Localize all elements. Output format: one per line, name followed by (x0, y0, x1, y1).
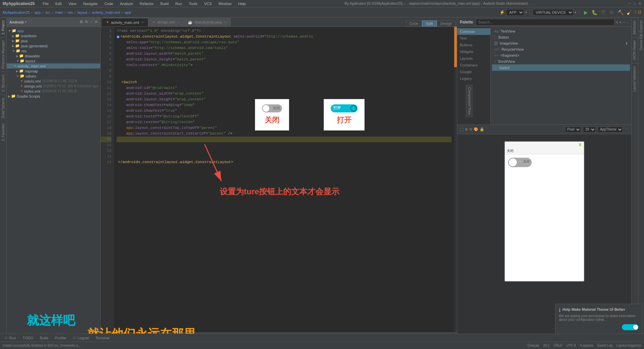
profiler-tab[interactable]: Profiler (51, 335, 70, 341)
palette-search-input[interactable] (476, 19, 614, 26)
palette-cat-widgets[interactable]: Widgets (457, 48, 490, 55)
palette-item-scrollview[interactable]: ↕ ScrollView (492, 58, 630, 64)
code-view-btn[interactable]: Code (406, 20, 422, 27)
menu-window[interactable]: Window (217, 2, 233, 6)
tree-item-colors[interactable]: ✦ colors.xml 2020/8/16 11:48, 212 B (7, 79, 100, 84)
palette-item-fragment[interactable]: <> <fragment> (492, 52, 630, 58)
tab-mainactivity[interactable]: ☕ MainActivity.java ✕ (184, 18, 231, 27)
zoom-in-icon[interactable]: ⊕ (465, 127, 468, 132)
bc-layout[interactable]: layout (77, 10, 87, 14)
resource-manager-tab[interactable]: Resource Manager (1, 37, 6, 71)
menu-view[interactable]: View (67, 2, 78, 6)
terminal-tab[interactable]: Terminal (92, 335, 113, 341)
menu-build[interactable]: Build (159, 2, 170, 6)
build-tab[interactable]: Build (37, 335, 51, 341)
debug-btn[interactable]: 🐛 (591, 9, 598, 16)
structure-tab[interactable]: 2: Structure (1, 71, 6, 95)
pixel-select[interactable]: Pixel (565, 127, 581, 133)
bc-appbuild[interactable]: app (125, 10, 131, 14)
palette-icon-1[interactable]: ≡ (616, 20, 618, 24)
palette-cat-containers[interactable]: Containers (457, 62, 490, 68)
tree-item-java[interactable]: ▶ 📁 java (7, 38, 100, 43)
tab-close-activity-main[interactable]: ✕ (141, 20, 144, 24)
palette-cat-legacy[interactable]: Legacy (457, 75, 490, 82)
menu-analyze[interactable]: Analyze (118, 2, 134, 6)
layout-validation-tab[interactable]: Layout Validation (632, 63, 638, 94)
run-tab[interactable]: 4: Run (1, 335, 19, 341)
project-dropdown[interactable]: ▾ (25, 20, 26, 24)
device-file-explorer-tab[interactable]: Device File Explorer (638, 17, 644, 53)
split-view-btn[interactable]: Split (422, 20, 436, 27)
run-btn[interactable]: ▶ (582, 9, 589, 16)
tree-item-drawable[interactable]: ▶ 📁 drawable (7, 53, 100, 58)
tree-item-values[interactable]: ▼ 📁 values (7, 73, 100, 79)
bc-app[interactable]: app (35, 10, 41, 14)
project-settings-icon[interactable]: ⚙ (79, 20, 83, 24)
design-view-btn[interactable]: Design (437, 20, 455, 27)
minimize-btn[interactable]: ─ (628, 1, 631, 6)
device-dropdown[interactable]: ▾ (575, 10, 576, 14)
tree-item-strings[interactable]: ✦ strings.xml 2020/8/17 8:16, 185 B 3 mi… (7, 84, 100, 89)
palette-item-textview[interactable]: Aa TextView (492, 28, 630, 34)
bc-res[interactable]: res (68, 10, 73, 14)
menu-navigate[interactable]: Navigate (82, 2, 99, 6)
clean-btn[interactable]: 🧹 (626, 9, 633, 16)
help-toggle[interactable] (622, 324, 639, 330)
tree-item-app[interactable]: ▼ 📁 app (7, 28, 100, 33)
bc-src[interactable]: src (45, 10, 50, 14)
maximize-btn[interactable]: □ (633, 1, 636, 6)
tab-close-strings[interactable]: ✕ (177, 20, 179, 24)
project-name-btn[interactable]: MyApplication25 (3, 10, 30, 14)
bc-main[interactable]: main (55, 10, 63, 14)
api-select[interactable]: 29 (583, 127, 596, 133)
theme-icon[interactable]: 🎨 (474, 127, 478, 132)
palette-icon-2[interactable]: + (619, 20, 621, 24)
tree-item-styles[interactable]: ✦ styles.xml 2020/8/16 11:48, 390 B (7, 89, 100, 94)
palette-item-recyclerview[interactable]: </> RecyclerView (492, 46, 630, 52)
project-collapse-icon[interactable]: ─ (90, 20, 93, 24)
menu-edit[interactable]: Edit (54, 2, 63, 6)
logcat-tab[interactable]: 6: Logcat (70, 335, 92, 341)
tree-item-activity-main[interactable]: ✦ activity_main.xml 2020/8/17 8:26, 847 … (7, 63, 100, 68)
code-area[interactable]: <?xml version="1.0" encoding="utf-8"?> <… (114, 27, 454, 332)
palette-cat-buttons[interactable]: Buttons (457, 42, 490, 48)
todo-tab[interactable]: TODO (19, 335, 37, 341)
theme-select[interactable]: AppTheme (598, 127, 623, 133)
lock-icon[interactable]: 🔒 (480, 127, 484, 132)
zoom-fit-icon[interactable]: ⛶ (460, 128, 464, 132)
favorites-tab[interactable]: 2: Favorites (1, 121, 6, 144)
palette-item-button[interactable]: □ Button (492, 34, 630, 40)
app-config-select[interactable]: APP (506, 9, 524, 16)
palette-icon-4[interactable]: ↓ (627, 20, 629, 24)
tree-item-java-gen[interactable]: ▶ 📁 java (generated) (7, 43, 100, 48)
sync-btn[interactable]: ↻ (608, 9, 615, 16)
palette-icon-3[interactable]: ─ (623, 20, 626, 24)
tab-close-mainactivity[interactable]: ✕ (224, 20, 226, 24)
palette-cat-layouts[interactable]: Layouts (457, 55, 490, 62)
layout-inspector-link[interactable]: Layout Inspector (616, 344, 641, 347)
attributes-tab[interactable]: Attributes (632, 17, 638, 37)
menu-file[interactable]: File (41, 2, 50, 6)
tab-strings[interactable]: ✦ strings.xml ✕ (148, 18, 184, 27)
menu-help[interactable]: Help (237, 2, 247, 6)
menu-run[interactable]: Run (174, 2, 183, 6)
menu-tools[interactable]: Tools (187, 2, 199, 6)
palette-cat-text[interactable]: Text (457, 35, 490, 42)
json-viewer-tab[interactable]: JSON Viewer (632, 37, 638, 63)
component-tree-tab[interactable]: Component Tree (466, 85, 473, 117)
palette-cat-google[interactable]: Google (457, 68, 490, 75)
tree-item-mipmap[interactable]: ▶ 📁 mipmap (7, 68, 100, 73)
profile-btn[interactable]: ⏱ (599, 9, 607, 16)
zoom-out-icon[interactable]: ⊖ (469, 127, 472, 132)
project-sync-icon[interactable]: ↻ (85, 20, 88, 24)
build-btn[interactable]: 🔨 (617, 9, 624, 16)
device-select[interactable]: VIRTUAL DEVICE (533, 9, 573, 16)
tree-item-layout[interactable]: ▼ 📁 layout (7, 58, 100, 63)
project-tab[interactable]: 1: Project (1, 17, 6, 37)
tree-item-manifests[interactable]: ▶ 📁 manifests (7, 33, 100, 38)
palette-cat-common[interactable]: Common (457, 28, 490, 35)
tree-item-gradle[interactable]: ▶ 📁 Gradle Scripts (7, 94, 100, 99)
bc-xml[interactable]: activity_main.xml (92, 10, 120, 14)
event-log-link[interactable]: Event Log (597, 344, 612, 347)
menu-vcs[interactable]: VCS (203, 2, 213, 6)
